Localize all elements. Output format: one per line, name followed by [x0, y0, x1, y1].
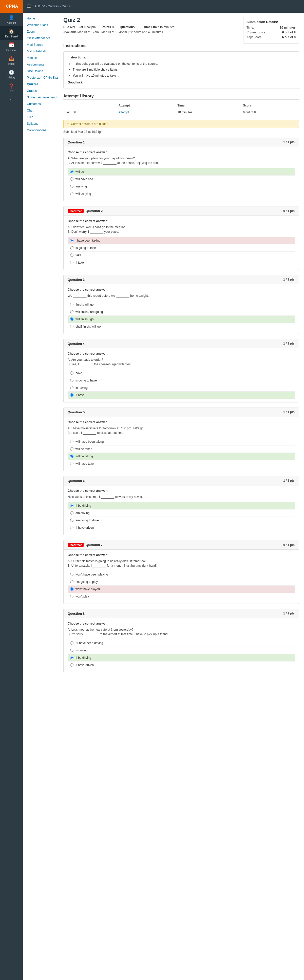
quiz-time-limit: Time Limit 15 Minutes — [143, 25, 174, 29]
radio-2-1[interactable] — [70, 239, 74, 242]
sidebar-item-dashboard[interactable]: 🏠 Dashboard — [0, 26, 23, 40]
answer-option-8-4[interactable]: II have driven — [68, 662, 294, 668]
radio-5-1[interactable] — [70, 440, 74, 443]
radio-6-2[interactable] — [70, 511, 74, 514]
radio-8-1[interactable] — [70, 641, 74, 644]
radio-2-4[interactable] — [70, 261, 74, 264]
leftnav-item-collaborations[interactable]: Collaborations — [23, 127, 58, 134]
radio-3-3[interactable] — [70, 318, 74, 321]
answer-option-3-2[interactable]: will finish / are going — [68, 309, 294, 316]
leftnav-item-chat[interactable]: Chat — [23, 107, 58, 114]
radio-1-3[interactable] — [70, 185, 74, 188]
leftnav-item-discussions[interactable]: Discussions — [23, 68, 58, 74]
radio-3-1[interactable] — [70, 303, 74, 306]
radio-3-2[interactable] — [70, 310, 74, 313]
answer-option-5-3[interactable]: will be taking — [68, 453, 294, 460]
breadcrumb-quizzes[interactable]: Quizzes — [48, 5, 59, 8]
leftnav-item-home[interactable]: Home — [23, 15, 58, 22]
radio-6-1[interactable] — [70, 504, 74, 507]
radio-7-4[interactable] — [70, 595, 74, 598]
answer-option-6-4[interactable]: II have driven — [68, 524, 294, 531]
leftnav-item-welcome[interactable]: Welcome Class — [23, 22, 58, 28]
answer-option-7-1[interactable]: won't have been playing — [68, 571, 294, 578]
radio-8-4[interactable] — [70, 663, 74, 667]
answer-option-1-3[interactable]: am lying — [68, 183, 294, 190]
answer-option-6-2[interactable]: am driving — [68, 509, 294, 517]
radio-6-4[interactable] — [70, 526, 74, 529]
answer-option-3-3[interactable]: will finish / go — [68, 316, 294, 323]
leftnav-item-assignments[interactable]: Assignments — [23, 61, 58, 68]
radio-1-4[interactable] — [70, 192, 74, 195]
leftnav-item-syllabus[interactable]: Syllabus — [23, 121, 58, 127]
answer-option-2-3[interactable]: take — [68, 252, 294, 259]
radio-1-2[interactable] — [70, 177, 74, 181]
leftnav-item-files[interactable]: Files — [23, 114, 58, 121]
answer-option-5-4[interactable]: will have taken — [68, 460, 294, 467]
leftnav-item-zoom[interactable]: Zoom — [23, 28, 58, 35]
sidebar-item-inbox[interactable]: 📥 Inbox — [0, 54, 23, 67]
radio-4-3[interactable] — [70, 386, 74, 389]
breadcrumb-ag1rv[interactable]: AG1RV — [34, 5, 45, 8]
answer-option-1-4[interactable]: will be lying — [68, 190, 294, 197]
radio-6-3[interactable] — [70, 519, 74, 522]
answer-option-3-4[interactable]: shall finish / will go — [68, 323, 294, 330]
answer-option-8-3[interactable]: II be driving — [68, 654, 294, 662]
leftnav-item-attendance[interactable]: Class Attendance — [23, 35, 58, 41]
option-label-5-4: will have taken — [75, 462, 96, 466]
leftnav-item-student-achievement[interactable]: Student Achievement Report — [23, 94, 58, 101]
question-block-2: IncorrectQuestion 20 / 1 ptsChoose the c… — [63, 206, 299, 270]
radio-1-1[interactable] — [70, 170, 74, 173]
radio-4-2[interactable] — [70, 379, 74, 382]
answer-option-4-3[interactable]: in having — [68, 384, 294, 391]
radio-5-2[interactable] — [70, 447, 74, 450]
leftnav-item-myenglishlab[interactable]: MyEnglishLab — [23, 48, 58, 55]
answer-option-5-2[interactable]: will be taken — [68, 445, 294, 453]
answer-option-4-4[interactable]: II have — [68, 391, 294, 399]
sidebar-item-history[interactable]: 🕐 History — [0, 67, 23, 81]
answer-option-7-4[interactable]: won't play — [68, 593, 294, 600]
answer-option-1-2[interactable]: will have had — [68, 175, 294, 183]
answer-option-8-2[interactable]: is driving — [68, 647, 294, 654]
leftnav-item-grades[interactable]: Grades — [23, 88, 58, 94]
question-points-1: 1 / 1 pts — [283, 140, 294, 144]
radio-2-3[interactable] — [70, 253, 74, 257]
radio-3-4[interactable] — [70, 325, 74, 328]
radio-5-4[interactable] — [70, 462, 74, 465]
leftnav-item-outcomes[interactable]: Outcomes — [23, 101, 58, 107]
leftnav-item-vitalsource[interactable]: Vital Source — [23, 41, 58, 48]
answer-option-3-1[interactable]: finish / will go — [68, 301, 294, 309]
sidebar-item-calendar[interactable]: 📅 Calendar — [0, 40, 23, 54]
answer-option-2-4[interactable]: II take — [68, 259, 294, 266]
radio-8-3[interactable] — [70, 656, 74, 659]
sidebar: ICPNA 👤 Account 🏠 Dashboard 📅 Calendar 📥… — [0, 0, 23, 980]
answer-option-6-1[interactable]: II be driving — [68, 502, 294, 509]
radio-7-2[interactable] — [70, 580, 74, 583]
answer-option-8-1[interactable]: I'll have been driving — [68, 640, 294, 647]
radio-5-3[interactable] — [70, 455, 74, 458]
leftnav-item-quizzes[interactable]: Quizzes — [23, 81, 58, 88]
sidebar-item-collapse[interactable]: ← — [0, 95, 23, 105]
hamburger-icon[interactable]: ☰ — [27, 3, 31, 9]
instructions-box: Instructions: In this quiz, you will be … — [63, 51, 299, 89]
answer-option-2-2[interactable]: is going to take — [68, 244, 294, 252]
radio-4-4[interactable] — [70, 393, 74, 397]
answer-option-4-1[interactable]: have — [68, 369, 294, 377]
answer-option-2-1[interactable]: I have been taking — [68, 237, 294, 244]
answer-option-5-1[interactable]: will have been taking — [68, 438, 294, 445]
radio-7-3[interactable] — [70, 587, 74, 591]
radio-4-1[interactable] — [70, 371, 74, 375]
attempt-link[interactable]: Attempt 3 — [118, 111, 131, 114]
radio-8-2[interactable] — [70, 649, 74, 652]
attempt-row-attempt[interactable]: Attempt 3 — [116, 109, 175, 116]
radio-7-1[interactable] — [70, 573, 74, 576]
radio-2-2[interactable] — [70, 246, 74, 250]
sidebar-item-help[interactable]: ❓ Help — [0, 81, 23, 95]
leftnav-item-modules[interactable]: Modules — [23, 55, 58, 61]
answer-option-4-2[interactable]: is going to have — [68, 377, 294, 384]
answer-option-7-2[interactable]: not going to play — [68, 578, 294, 585]
leftnav-item-proctorizer[interactable]: Proctorizer-ICPNA Evaluations — [23, 74, 58, 81]
answer-option-1-1[interactable]: will be — [68, 168, 294, 175]
answer-option-6-3[interactable]: am going to drive — [68, 517, 294, 524]
sidebar-item-account[interactable]: 👤 Account — [0, 13, 23, 26]
answer-option-7-3[interactable]: won't have played — [68, 585, 294, 593]
